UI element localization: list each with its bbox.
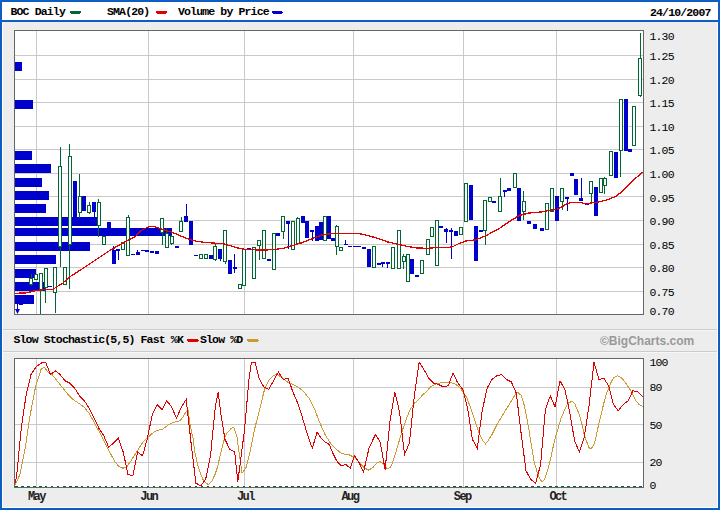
- svg-text:1.05: 1.05: [650, 144, 675, 157]
- svg-text:©BigCharts.com: ©BigCharts.com: [600, 334, 694, 348]
- svg-text:1.30: 1.30: [650, 30, 675, 43]
- svg-text:1.15: 1.15: [650, 97, 675, 110]
- svg-text:100: 100: [650, 356, 669, 369]
- svg-text:0.70: 0.70: [650, 305, 675, 318]
- svg-text:Aug: Aug: [342, 490, 360, 504]
- svg-text:BOC Daily: BOC Daily: [11, 5, 66, 18]
- svg-text:1.25: 1.25: [650, 50, 675, 63]
- svg-text:Jun: Jun: [140, 490, 158, 504]
- svg-text:Slow %D: Slow %D: [200, 333, 243, 346]
- svg-text:Jul: Jul: [237, 490, 255, 504]
- svg-text:Slow Stochastic(5,5) Fast %K: Slow Stochastic(5,5) Fast %K: [14, 333, 184, 346]
- svg-text:1.20: 1.20: [650, 74, 675, 87]
- svg-text:0.95: 0.95: [650, 192, 675, 205]
- svg-text:0: 0: [650, 479, 657, 492]
- svg-text:0.75: 0.75: [650, 286, 675, 299]
- svg-text:Sep: Sep: [454, 490, 472, 504]
- svg-text:0.85: 0.85: [650, 239, 675, 252]
- svg-text:1.00: 1.00: [650, 168, 675, 181]
- svg-text:Oct: Oct: [549, 490, 567, 504]
- svg-text:20: 20: [650, 456, 663, 469]
- svg-text:50: 50: [650, 419, 663, 432]
- svg-text:0.80: 0.80: [650, 262, 675, 275]
- svg-text:May: May: [28, 490, 46, 504]
- svg-text:80: 80: [650, 381, 663, 394]
- svg-text:Volume by Price: Volume by Price: [178, 5, 270, 18]
- svg-text:0.90: 0.90: [650, 215, 675, 228]
- svg-text:1.10: 1.10: [650, 121, 675, 134]
- svg-text:SMA(20): SMA(20): [107, 5, 149, 18]
- svg-text:24/10/2007: 24/10/2007: [650, 6, 711, 19]
